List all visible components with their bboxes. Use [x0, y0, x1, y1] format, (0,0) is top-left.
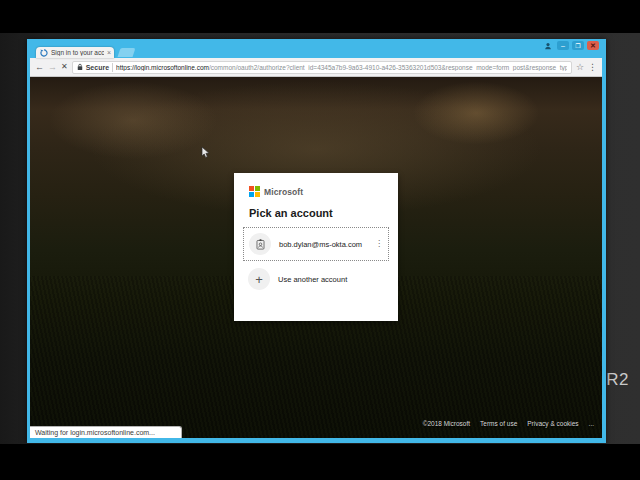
stop-loading-button[interactable]: ✕ — [61, 63, 68, 71]
bookmark-star-icon[interactable]: ☆ — [576, 63, 584, 72]
url-host: https://login.microsoftonline.com — [116, 64, 209, 71]
minimize-button[interactable]: – — [557, 41, 569, 50]
account-tile[interactable]: bob.dylan@ms-okta.com ⋮ — [243, 227, 389, 261]
chrome-browser-window: Sign in to your account × – ❐ ✕ ← → ✕ — [27, 39, 606, 443]
url-path: /common/oauth2/authorize?client_id=4345a… — [209, 64, 567, 71]
account-options-icon[interactable]: ⋮ — [375, 240, 384, 248]
browser-menu-icon[interactable]: ⋮ — [588, 63, 597, 72]
secure-badge[interactable]: Secure — [86, 64, 109, 71]
tab-close-icon[interactable]: × — [107, 49, 111, 56]
server-edition-watermark: R2 — [606, 370, 629, 390]
footer-more-link[interactable]: ... — [589, 420, 594, 427]
signin-favicon-icon — [40, 49, 48, 57]
privacy-cookies-link[interactable]: Privacy & cookies — [527, 420, 578, 427]
close-button[interactable]: ✕ — [587, 41, 599, 50]
microsoft-logo-icon — [249, 186, 260, 197]
microsoft-brand-text: Microsoft — [264, 187, 303, 197]
mouse-cursor-icon — [201, 147, 210, 159]
page-title: Pick an account — [249, 207, 389, 219]
new-tab-button[interactable] — [118, 48, 136, 57]
url-text[interactable]: https://login.microsoftonline.com/common… — [116, 64, 567, 71]
microsoft-logo: Microsoft — [249, 186, 389, 197]
browser-tab[interactable]: Sign in to your account × — [36, 47, 114, 58]
browser-titlebar[interactable]: Sign in to your account × – ❐ ✕ — [27, 39, 606, 58]
terms-of-use-link[interactable]: Terms of use — [480, 420, 517, 427]
account-email: bob.dylan@ms-okta.com — [279, 240, 367, 249]
plus-icon: + — [248, 268, 270, 290]
maximize-button[interactable]: ❐ — [572, 41, 584, 50]
tab-title: Sign in to your account — [51, 49, 104, 56]
use-another-account-button[interactable]: + Use another account — [248, 268, 389, 290]
forward-button[interactable]: → — [48, 63, 57, 72]
badge-person-icon — [254, 238, 267, 251]
avatar — [249, 233, 271, 255]
back-button[interactable]: ← — [35, 63, 44, 72]
copyright-text: ©2018 Microsoft — [423, 420, 470, 427]
profile-person-icon[interactable] — [542, 41, 554, 50]
omnibox-separator — [112, 63, 113, 72]
page-viewport: Microsoft Pick an account bob.dylan@ms-o… — [30, 77, 602, 438]
status-text: Waiting for login.microsoftonline.com... — [35, 429, 155, 436]
address-bar[interactable]: Secure https://login.microsoftonline.com… — [72, 61, 572, 74]
signin-card: Microsoft Pick an account bob.dylan@ms-o… — [234, 173, 398, 321]
screen: R2 Sign in to your account × — [0, 0, 640, 480]
padlock-icon — [77, 63, 83, 71]
status-bubble: Waiting for login.microsoftonline.com... — [30, 426, 182, 438]
window-caption-buttons: – ❐ ✕ — [542, 41, 599, 50]
page-footer: ©2018 Microsoft Terms of use Privacy & c… — [423, 420, 594, 427]
use-another-account-label: Use another account — [278, 275, 347, 284]
browser-toolbar: ← → ✕ Secure https://login.microsoftonli… — [30, 58, 602, 77]
